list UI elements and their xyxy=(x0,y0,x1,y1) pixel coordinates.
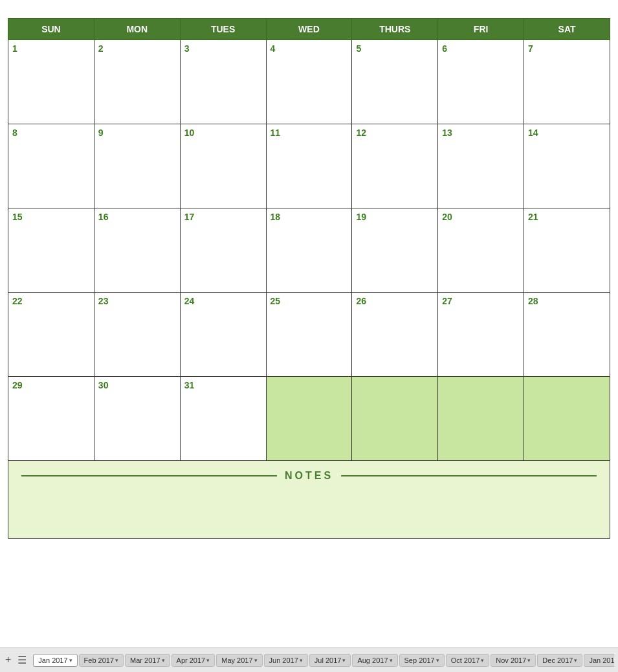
tab-items-container: Jan 2017▾Feb 2017▾Mar 2017▾Apr 2017▾May … xyxy=(33,654,614,667)
calendar-day-cell[interactable]: 22 xyxy=(8,293,94,377)
day-number: 22 xyxy=(12,296,23,306)
tab-item-jan-2018[interactable]: Jan 2018▾ xyxy=(584,654,614,667)
calendar-day-cell[interactable] xyxy=(438,377,524,461)
calendar-day-cell[interactable]: 18 xyxy=(266,208,352,293)
calendar-day-cell[interactable]: 10 xyxy=(180,124,266,208)
day-number: 10 xyxy=(184,128,195,138)
day-number: 24 xyxy=(184,296,195,306)
tab-dropdown-arrow[interactable]: ▾ xyxy=(481,657,484,664)
tab-dropdown-arrow[interactable]: ▾ xyxy=(115,657,118,664)
tab-item-jun-2017[interactable]: Jun 2017▾ xyxy=(264,654,308,667)
notes-inner: NOTES xyxy=(21,467,597,482)
calendar-day-cell[interactable]: 8 xyxy=(8,124,94,208)
calendar-day-cell[interactable]: 17 xyxy=(180,208,266,293)
calendar-day-cell[interactable]: 28 xyxy=(524,293,610,377)
day-number: 28 xyxy=(528,296,538,306)
tab-dropdown-arrow[interactable]: ▾ xyxy=(436,657,439,664)
day-number: 14 xyxy=(528,128,538,138)
calendar-day-cell[interactable]: 7 xyxy=(524,40,610,124)
calendar-day-cell[interactable] xyxy=(524,377,610,461)
tab-item-dec-2017[interactable]: Dec 2017▾ xyxy=(537,654,582,667)
calendar-week-1: 1234567 xyxy=(8,40,610,124)
calendar-day-cell[interactable]: 16 xyxy=(94,208,180,293)
calendar-day-cell[interactable]: 11 xyxy=(266,124,352,208)
calendar-day-cell[interactable]: 3 xyxy=(180,40,266,124)
tab-dropdown-arrow[interactable]: ▾ xyxy=(206,657,210,664)
tab-item-jan-2017[interactable]: Jan 2017▾ xyxy=(33,654,77,667)
tab-dropdown-arrow[interactable]: ▾ xyxy=(162,657,165,664)
tab-item-oct-2017[interactable]: Oct 2017▾ xyxy=(446,654,490,667)
day-header-mon: MON xyxy=(94,19,180,40)
calendar-day-cell[interactable]: 24 xyxy=(180,293,266,377)
calendar-day-cell[interactable]: 5 xyxy=(352,40,438,124)
calendar-day-cell[interactable]: 29 xyxy=(8,377,94,461)
calendar-week-5: 293031 xyxy=(8,377,610,461)
calendar-day-cell[interactable] xyxy=(266,377,352,461)
tab-dropdown-arrow[interactable]: ▾ xyxy=(390,657,393,664)
day-number: 12 xyxy=(356,128,366,138)
calendar-day-cell[interactable]: 9 xyxy=(94,124,180,208)
day-number: 26 xyxy=(356,296,366,306)
calendar-day-cell[interactable]: 23 xyxy=(94,293,180,377)
tab-item-sep-2017[interactable]: Sep 2017▾ xyxy=(399,654,445,667)
calendar-day-cell[interactable]: 21 xyxy=(524,208,610,293)
tab-item-feb-2017[interactable]: Feb 2017▾ xyxy=(79,654,124,667)
add-tab-icon[interactable]: + xyxy=(4,653,12,667)
calendar-day-cell[interactable]: 15 xyxy=(8,208,94,293)
tab-dropdown-arrow[interactable]: ▾ xyxy=(69,657,72,664)
tab-bar: + ☰ Jan 2017▾Feb 2017▾Mar 2017▾Apr 2017▾… xyxy=(0,647,618,672)
calendar-day-cell[interactable]: 27 xyxy=(438,293,524,377)
calendar-day-cell[interactable]: 30 xyxy=(94,377,180,461)
calendar-day-cell[interactable]: 12 xyxy=(352,124,438,208)
tab-item-nov-2017[interactable]: Nov 2017▾ xyxy=(491,654,536,667)
tab-item-mar-2017[interactable]: Mar 2017▾ xyxy=(125,654,170,667)
calendar-day-cell[interactable]: 19 xyxy=(352,208,438,293)
notes-row: NOTES xyxy=(8,461,610,539)
tab-item-jul-2017[interactable]: Jul 2017▾ xyxy=(309,654,351,667)
day-number: 20 xyxy=(442,212,452,222)
tab-label: Mar 2017 xyxy=(130,656,160,664)
tab-item-may-2017[interactable]: May 2017▾ xyxy=(216,654,262,667)
calendar-day-cell[interactable]: 14 xyxy=(524,124,610,208)
calendar-day-cell[interactable]: 25 xyxy=(266,293,352,377)
tab-item-apr-2017[interactable]: Apr 2017▾ xyxy=(171,654,215,667)
tab-dropdown-arrow[interactable]: ▾ xyxy=(342,657,346,664)
calendar-day-cell[interactable]: 31 xyxy=(180,377,266,461)
day-number: 17 xyxy=(184,212,195,222)
day-number: 29 xyxy=(12,380,23,390)
day-number: 5 xyxy=(356,43,361,54)
calendar-body: 1234567891011121314151617181920212223242… xyxy=(8,40,610,539)
tab-bar-icons: + ☰ xyxy=(4,653,28,667)
day-number: 4 xyxy=(270,43,276,54)
tab-label: Dec 2017 xyxy=(542,656,573,664)
tab-dropdown-arrow[interactable]: ▾ xyxy=(300,657,303,664)
tab-dropdown-arrow[interactable]: ▾ xyxy=(574,657,577,664)
day-number: 27 xyxy=(442,296,452,306)
day-number: 31 xyxy=(184,380,195,390)
day-number: 15 xyxy=(12,212,23,222)
calendar-day-cell[interactable]: 6 xyxy=(438,40,524,124)
notes-line-right xyxy=(341,475,597,476)
day-number: 21 xyxy=(528,212,538,222)
calendar-day-cell[interactable]: 2 xyxy=(94,40,180,124)
tab-dropdown-arrow[interactable]: ▾ xyxy=(527,657,531,664)
calendar-day-cell[interactable]: 26 xyxy=(352,293,438,377)
tab-dropdown-arrow[interactable]: ▾ xyxy=(254,657,258,664)
menu-icon[interactable]: ☰ xyxy=(16,653,28,667)
calendar-day-cell[interactable]: 20 xyxy=(438,208,524,293)
notes-label: NOTES xyxy=(285,470,333,482)
day-header-row: SUNMONTUESWEDTHURSFRISAT xyxy=(8,19,610,40)
calendar-grid: SUNMONTUESWEDTHURSFRISAT 123456789101112… xyxy=(8,18,610,539)
day-number: 16 xyxy=(98,212,109,222)
notes-line-left xyxy=(21,475,277,476)
calendar-day-cell[interactable]: 13 xyxy=(438,124,524,208)
day-header-thurs: THURS xyxy=(352,19,438,40)
calendar-day-cell[interactable]: 4 xyxy=(266,40,352,124)
notes-cell[interactable]: NOTES xyxy=(8,461,610,539)
day-header-tues: TUES xyxy=(180,19,266,40)
calendar-day-cell[interactable]: 1 xyxy=(8,40,94,124)
tab-item-aug-2017[interactable]: Aug 2017▾ xyxy=(352,654,397,667)
day-header-wed: WED xyxy=(266,19,352,40)
calendar-day-cell[interactable] xyxy=(352,377,438,461)
calendar-title xyxy=(8,6,610,18)
